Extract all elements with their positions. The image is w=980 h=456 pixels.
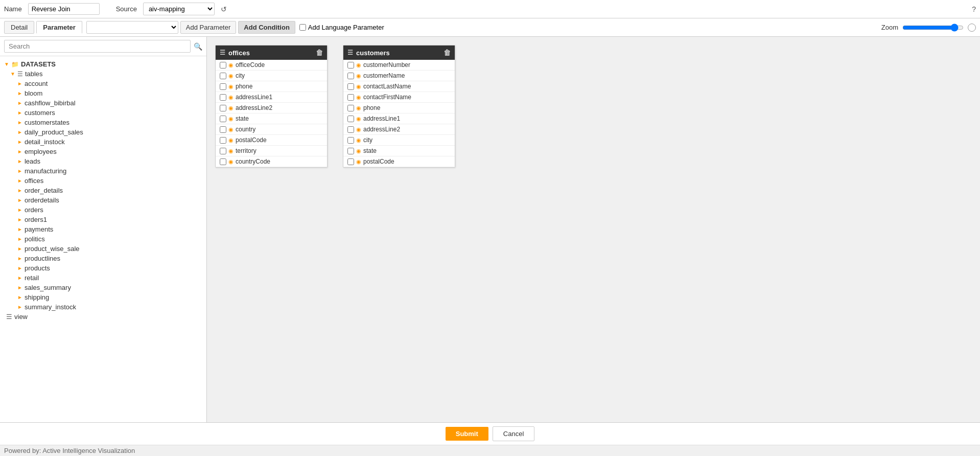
tab-detail[interactable]: Detail xyxy=(4,21,34,34)
refresh-icon[interactable]: ↺ xyxy=(221,5,227,13)
field-checkbox-countryCode[interactable] xyxy=(220,158,226,165)
arrow-customers: ► xyxy=(17,110,22,116)
eye-icon-country[interactable]: ◉ xyxy=(228,126,234,133)
sidebar-item-bloom[interactable]: ► bloom xyxy=(2,88,204,98)
datasets-root[interactable]: ▼ 📁 DATASETS xyxy=(2,59,204,69)
field-checkbox-cpostalCode[interactable] xyxy=(347,158,354,165)
source-select[interactable]: aiv-mapping xyxy=(143,3,215,15)
eye-icon-caddressLine1[interactable]: ◉ xyxy=(356,116,361,122)
field-checkbox-country[interactable] xyxy=(220,126,226,133)
field-checkbox-addressLine2[interactable] xyxy=(220,105,226,111)
sidebar-item-payments[interactable]: ► payments xyxy=(2,224,204,234)
eye-icon-phone[interactable]: ◉ xyxy=(228,83,234,90)
label-view: view xyxy=(14,313,28,321)
eye-icon-customerNumber[interactable]: ◉ xyxy=(356,62,361,69)
field-checkbox-caddressLine2[interactable] xyxy=(347,126,354,133)
eye-icon-cstate[interactable]: ◉ xyxy=(356,148,361,154)
sidebar-item-manufacturing[interactable]: ► manufacturing xyxy=(2,166,204,176)
field-row: ◉ addressLine2 xyxy=(343,124,455,135)
tab-dropdown[interactable] xyxy=(86,21,178,34)
name-input[interactable] xyxy=(28,3,100,15)
label-retail: retail xyxy=(25,274,39,282)
field-checkbox-cstate[interactable] xyxy=(347,148,354,154)
sidebar-item-orders1[interactable]: ► orders1 xyxy=(2,215,204,224)
field-checkbox-officeCode[interactable] xyxy=(220,62,226,69)
zoom-slider[interactable] xyxy=(902,24,964,32)
sidebar-item-sales-summary[interactable]: ► sales_summary xyxy=(2,283,204,292)
sidebar-item-detail-instock[interactable]: ► detail_instock xyxy=(2,137,204,147)
eye-icon-contactLastName[interactable]: ◉ xyxy=(356,83,361,90)
field-checkbox-customerName[interactable] xyxy=(347,73,354,79)
field-checkbox-territory[interactable] xyxy=(220,148,226,154)
eye-icon-postalCode[interactable]: ◉ xyxy=(228,137,234,144)
field-checkbox-contactLastName[interactable] xyxy=(347,83,354,90)
name-label: Name xyxy=(4,5,22,13)
field-checkbox-postalCode[interactable] xyxy=(220,137,226,144)
bottom-bar: Submit Cancel xyxy=(0,422,980,445)
submit-button[interactable]: Submit xyxy=(446,427,488,441)
sidebar-item-summary-instock[interactable]: ► summary_instock xyxy=(2,302,204,312)
label-orders1: orders1 xyxy=(25,216,47,223)
sidebar-item-view[interactable]: ☰ view xyxy=(2,312,204,322)
sidebar-item-offices[interactable]: ► offices xyxy=(2,176,204,186)
eye-icon-ccity[interactable]: ◉ xyxy=(356,137,361,144)
field-checkbox-phone[interactable] xyxy=(220,83,226,90)
sidebar-item-leads[interactable]: ► leads xyxy=(2,156,204,166)
tab-parameter[interactable]: Parameter xyxy=(36,21,82,34)
field-checkbox-caddressLine1[interactable] xyxy=(347,116,354,122)
eye-icon-caddressLine2[interactable]: ◉ xyxy=(356,126,361,133)
sidebar-item-employees[interactable]: ► employees xyxy=(2,147,204,156)
eye-icon-territory[interactable]: ◉ xyxy=(228,148,234,154)
eye-icon-contactFirstName[interactable]: ◉ xyxy=(356,94,361,101)
customers-delete-icon[interactable]: 🗑 xyxy=(444,49,451,57)
label-leads: leads xyxy=(25,157,40,165)
lang-param-checkbox-label[interactable]: Add Language Parameter xyxy=(299,24,384,31)
eye-icon-cpostalCode[interactable]: ◉ xyxy=(356,158,361,165)
eye-icon-addressLine1[interactable]: ◉ xyxy=(228,94,234,101)
sidebar-item-politics[interactable]: ► politics xyxy=(2,234,204,244)
field-checkbox-state[interactable] xyxy=(220,116,226,122)
arrow-manufacturing: ► xyxy=(17,168,22,174)
add-condition-button[interactable]: Add Condition xyxy=(238,21,295,34)
field-checkbox-contactFirstName[interactable] xyxy=(347,94,354,101)
arrow-order-details: ► xyxy=(17,188,22,193)
sidebar-item-orders[interactable]: ► orders xyxy=(2,205,204,215)
eye-icon-state[interactable]: ◉ xyxy=(228,116,234,122)
arrow-customerstates: ► xyxy=(17,120,22,125)
field-row: ◉ postalCode xyxy=(343,156,455,167)
sidebar-item-productlines[interactable]: ► productlines xyxy=(2,254,204,263)
sidebar-item-customerstates[interactable]: ► customerstates xyxy=(2,118,204,127)
eye-icon-cphone[interactable]: ◉ xyxy=(356,105,361,111)
sidebar-item-product-wise-sale[interactable]: ► product_wise_sale xyxy=(2,244,204,254)
eye-icon-addressLine2[interactable]: ◉ xyxy=(228,105,234,111)
sidebar-item-shipping[interactable]: ► shipping xyxy=(2,292,204,302)
field-checkbox-ccity[interactable] xyxy=(347,137,354,144)
eye-icon-customerName[interactable]: ◉ xyxy=(356,73,361,79)
field-checkbox-city[interactable] xyxy=(220,73,226,79)
field-checkbox-addressLine1[interactable] xyxy=(220,94,226,101)
search-icon[interactable]: 🔍 xyxy=(194,42,202,51)
add-parameter-button[interactable]: Add Parameter xyxy=(180,21,236,34)
offices-delete-icon[interactable]: 🗑 xyxy=(316,49,323,57)
offices-table-body: ◉ officeCode ◉ city ◉ phone xyxy=(216,60,327,167)
cancel-button[interactable]: Cancel xyxy=(493,426,534,441)
sidebar-item-account[interactable]: ► account xyxy=(2,79,204,88)
tables-node[interactable]: ▼ ☰ tables xyxy=(2,69,204,79)
label-order-details: order_details xyxy=(25,187,63,194)
eye-icon-countryCode[interactable]: ◉ xyxy=(228,158,234,165)
field-checkbox-cphone[interactable] xyxy=(347,105,354,111)
field-checkbox-customerNumber[interactable] xyxy=(347,62,354,69)
eye-icon-city[interactable]: ◉ xyxy=(228,73,234,79)
sidebar-item-order-details[interactable]: ► order_details xyxy=(2,186,204,195)
sidebar-item-retail[interactable]: ► retail xyxy=(2,273,204,283)
sidebar-item-orderdetails[interactable]: ► orderdetails xyxy=(2,195,204,205)
lang-param-checkbox[interactable] xyxy=(299,24,306,31)
sidebar-item-customers[interactable]: ► customers xyxy=(2,108,204,118)
sidebar-item-products[interactable]: ► products xyxy=(2,263,204,273)
help-icon[interactable]: ? xyxy=(972,5,976,13)
sidebar-item-daily-product-sales[interactable]: ► daily_product_sales xyxy=(2,127,204,137)
eye-icon-officeCode[interactable]: ◉ xyxy=(228,62,234,69)
search-input[interactable] xyxy=(4,40,191,53)
sidebar-item-cashflow[interactable]: ► cashflow_bibirbal xyxy=(2,98,204,108)
tables-arrow: ▼ xyxy=(10,71,15,77)
